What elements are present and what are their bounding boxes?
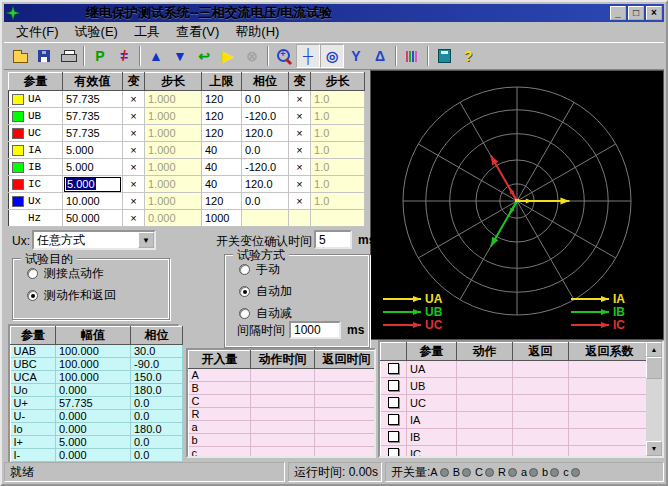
scroll-up-icon[interactable]: ▲ — [646, 342, 662, 357]
limit-cell[interactable]: 120 — [202, 108, 242, 125]
undo-button[interactable]: ↩ — [192, 44, 216, 68]
phase-cell[interactable]: 120.0 — [242, 176, 289, 193]
var1-cell[interactable]: × — [123, 91, 145, 108]
radio-icon[interactable] — [27, 290, 38, 301]
scroll-down-icon[interactable]: ▼ — [646, 441, 662, 456]
limit-cell[interactable]: 120 — [202, 91, 242, 108]
value-cell-Ux[interactable]: 10.000 — [63, 193, 123, 210]
var2-cell[interactable]: × — [289, 125, 311, 142]
menu-item-4[interactable]: 查看(V) — [168, 22, 227, 42]
test-mode-option-3[interactable]: 自动减 — [239, 305, 369, 321]
step2-cell[interactable]: 1.0 — [311, 159, 365, 176]
checkbox[interactable] — [388, 431, 399, 442]
step1-cell[interactable]: 1.000 — [145, 125, 202, 142]
phase-cell[interactable]: -120.0 — [242, 108, 289, 125]
limit-cell[interactable]: 40 — [202, 159, 242, 176]
scrollbar-thumb[interactable] — [646, 357, 662, 379]
start-button[interactable]: ▶ — [216, 44, 240, 68]
y-connect-button[interactable]: Y — [344, 44, 368, 68]
test-purpose-option-2[interactable]: 测动作和返回 — [27, 287, 169, 303]
menu-item-3[interactable]: 工具 — [126, 22, 168, 42]
value-cell-IC[interactable]: 5.000 — [63, 176, 123, 193]
step1-cell[interactable]: 1.000 — [145, 176, 202, 193]
var2-cell[interactable]: × — [289, 193, 311, 210]
step2-cell[interactable] — [311, 210, 365, 227]
checkbox[interactable] — [388, 397, 399, 408]
open-button[interactable] — [8, 44, 32, 68]
value-cell-UC[interactable]: 57.735 — [63, 125, 123, 142]
vertical-scrollbar[interactable]: ▲ ▼ — [646, 342, 662, 456]
menu-item-5[interactable]: 帮助(H) — [227, 22, 287, 42]
limit-cell[interactable]: 1000 — [202, 210, 242, 227]
limit-cell[interactable]: 120 — [202, 125, 242, 142]
var1-cell[interactable]: × — [123, 108, 145, 125]
bar-chart-button[interactable] — [400, 44, 424, 68]
ux-mode-select[interactable]: 任意方式 ▼ — [32, 230, 156, 250]
increase-button[interactable]: ▲ — [144, 44, 168, 68]
save-button[interactable] — [32, 44, 56, 68]
decrease-button[interactable]: ▼ — [168, 44, 192, 68]
phase-cell[interactable]: 0.0 — [242, 91, 289, 108]
var1-cell[interactable]: × — [123, 159, 145, 176]
checkbox[interactable] — [388, 448, 399, 459]
print-button[interactable] — [56, 44, 80, 68]
step1-cell[interactable]: 1.000 — [145, 159, 202, 176]
step2-cell[interactable]: 1.0 — [311, 91, 365, 108]
step2-cell[interactable]: 1.0 — [311, 142, 365, 159]
var2-cell[interactable]: × — [289, 176, 311, 193]
var1-cell[interactable]: × — [123, 142, 145, 159]
calculator-button[interactable] — [432, 44, 456, 68]
step1-cell[interactable]: 1.000 — [145, 91, 202, 108]
value-cell-Hz[interactable]: 50.000 — [63, 210, 123, 227]
value-cell-IB[interactable]: 5.000 — [63, 159, 123, 176]
interval-input[interactable]: 1000 — [289, 321, 341, 339]
var1-cell[interactable]: × — [123, 210, 145, 227]
checkbox[interactable] — [388, 363, 399, 374]
limit-cell[interactable]: 120 — [202, 193, 242, 210]
p-marker-button[interactable]: P — [88, 44, 112, 68]
var2-cell[interactable]: × — [289, 159, 311, 176]
var2-cell[interactable]: × — [289, 108, 311, 125]
phase-cell[interactable]: 0.0 — [242, 142, 289, 159]
delta-connect-button[interactable]: Δ — [368, 44, 392, 68]
menu-item-1[interactable]: 文件(F) — [8, 22, 67, 42]
radio-icon[interactable] — [239, 264, 250, 275]
step1-cell[interactable]: 1.000 — [145, 108, 202, 125]
value-editor[interactable]: 5.000 — [64, 177, 121, 192]
switch-confirm-input[interactable]: 5 — [314, 230, 352, 249]
value-cell-IA[interactable]: 5.000 — [63, 142, 123, 159]
var1-cell[interactable]: × — [123, 125, 145, 142]
step1-cell[interactable]: 1.000 — [145, 193, 202, 210]
checkbox[interactable] — [388, 414, 399, 425]
phase-cell[interactable]: -120.0 — [242, 159, 289, 176]
phase-cell[interactable]: 0.0 — [242, 193, 289, 210]
phase-cell[interactable] — [242, 210, 289, 227]
var1-cell[interactable]: × — [123, 176, 145, 193]
test-mode-option-2[interactable]: 自动加 — [239, 283, 369, 299]
maximize-button[interactable]: □ — [628, 6, 644, 20]
step1-cell[interactable]: 1.000 — [145, 142, 202, 159]
radio-icon[interactable] — [27, 268, 38, 279]
minimize-button[interactable]: _ — [610, 6, 626, 20]
polar-grid-button[interactable]: ◎ — [320, 44, 344, 68]
menu-item-2[interactable]: 试验(E) — [67, 22, 126, 42]
var1-cell[interactable]: × — [123, 193, 145, 210]
limit-cell[interactable]: 40 — [202, 176, 242, 193]
checkbox[interactable] — [388, 380, 399, 391]
step2-cell[interactable]: 1.0 — [311, 108, 365, 125]
radio-icon[interactable] — [239, 286, 250, 297]
step2-cell[interactable]: 1.0 — [311, 125, 365, 142]
step2-cell[interactable]: 1.0 — [311, 193, 365, 210]
close-button[interactable]: × — [646, 6, 662, 20]
phase-cell[interactable]: 120.0 — [242, 125, 289, 142]
var2-cell[interactable]: × — [289, 142, 311, 159]
disconnect-button[interactable] — [112, 44, 136, 68]
step1-cell[interactable]: 0.000 — [145, 210, 202, 227]
value-cell-UA[interactable]: 57.735 — [63, 91, 123, 108]
var2-cell[interactable] — [289, 210, 311, 227]
step2-cell[interactable]: 1.0 — [311, 176, 365, 193]
radio-icon[interactable] — [239, 308, 250, 319]
stop-button[interactable]: ⊗ — [240, 44, 264, 68]
chevron-down-icon[interactable]: ▼ — [138, 232, 154, 248]
help-button[interactable]: ? — [456, 44, 480, 68]
